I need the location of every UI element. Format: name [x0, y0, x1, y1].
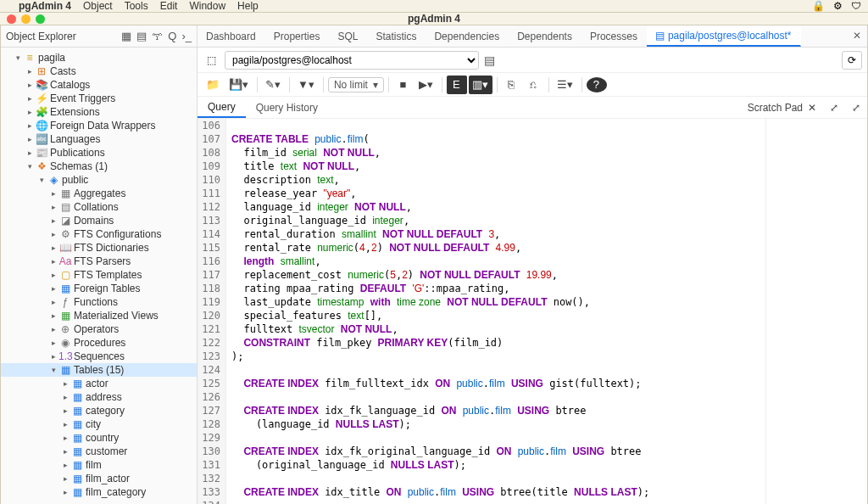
chevron-icon[interactable]: ▸: [60, 393, 70, 401]
chevron-icon[interactable]: ▾: [48, 366, 58, 374]
code-line[interactable]: 119 last_update timestamp with time zone…: [198, 295, 765, 309]
code-text[interactable]: [226, 390, 231, 404]
code-text[interactable]: CREATE TABLE public.film(: [226, 132, 370, 146]
code-line[interactable]: 134: [198, 499, 765, 504]
code-text[interactable]: special_features text[],: [226, 309, 382, 322]
chevron-icon[interactable]: ▸: [48, 244, 58, 252]
code-line[interactable]: 116 length smallint,: [198, 255, 765, 268]
settings-icon[interactable]: ⚙: [833, 0, 843, 12]
database-icon[interactable]: ▤: [484, 53, 495, 67]
code-text[interactable]: [226, 119, 231, 132]
chevron-icon[interactable]: ▸: [25, 121, 35, 130]
code-text[interactable]: rating mpaa_rating DEFAULT 'G'::mpaa_rat…: [226, 282, 509, 295]
connection-icon[interactable]: ⬚: [203, 54, 220, 66]
tree-item[interactable]: ▸▦city: [1, 417, 197, 431]
chevron-icon[interactable]: ▾: [36, 176, 47, 184]
tree-item[interactable]: ▸▦category: [1, 404, 197, 417]
tab-dependencies[interactable]: Dependencies: [426, 25, 509, 47]
chevron-icon[interactable]: ▸: [48, 203, 58, 211]
commit-button[interactable]: ⎘: [502, 76, 522, 94]
chevron-down-icon[interactable]: ›_: [181, 30, 192, 42]
code-line[interactable]: 112 language_id integer NOT NULL,: [198, 200, 765, 214]
code-text[interactable]: rental_duration smallint NOT NULL DEFAUL…: [226, 227, 500, 241]
tree-item[interactable]: ▸▦film_actor: [1, 472, 197, 485]
tree-item[interactable]: ▸⊕Operators: [1, 322, 197, 336]
tab-dependents[interactable]: Dependents: [509, 25, 581, 47]
tree-item[interactable]: ▸🔤Languages: [1, 132, 197, 146]
menu-window[interactable]: Window: [189, 0, 225, 12]
chevron-icon[interactable]: ▸: [48, 298, 58, 306]
close-icon[interactable]: ✕: [808, 102, 816, 114]
tree-item[interactable]: ▸🧩Extensions: [1, 105, 197, 119]
code-text[interactable]: title text NOT NULL,: [226, 160, 360, 173]
tab-statistics[interactable]: Statistics: [367, 25, 426, 47]
chevron-icon[interactable]: ▸: [25, 108, 35, 116]
macros-button[interactable]: ☰▾: [554, 76, 577, 94]
tree-item[interactable]: ▾❖Schemas (1): [1, 160, 197, 173]
tree-item[interactable]: ▸◉Procedures: [1, 336, 197, 350]
chevron-icon[interactable]: ▸: [48, 216, 58, 225]
tree-item[interactable]: ▸⊞Casts: [1, 64, 197, 78]
code-line[interactable]: 108 film_id serial NOT NULL,: [198, 146, 765, 160]
tree-item[interactable]: ▸▦address: [1, 390, 197, 404]
sql-editor[interactable]: 106107CREATE TABLE public.film(108 film_…: [198, 119, 765, 504]
explain-button[interactable]: E: [447, 76, 467, 94]
code-text[interactable]: CREATE INDEX idx_fk_language_id ON publi…: [226, 404, 587, 417]
chevron-icon[interactable]: ▸: [48, 339, 58, 347]
tree-item[interactable]: ▸▢FTS Templates: [1, 268, 197, 282]
code-text[interactable]: length smallint,: [226, 255, 321, 268]
table-icon[interactable]: ▤: [136, 30, 147, 42]
code-line[interactable]: 114 rental_duration smallint NOT NULL DE…: [198, 227, 765, 241]
code-text[interactable]: );: [226, 350, 243, 363]
chevron-icon[interactable]: ▸: [25, 135, 35, 143]
code-text[interactable]: language_id integer NOT NULL,: [226, 200, 412, 214]
tree-item[interactable]: ▸1.3Sequences: [1, 350, 197, 363]
shield-icon[interactable]: 🛡: [851, 0, 861, 12]
close-icon[interactable]: ✕: [853, 30, 861, 42]
code-line[interactable]: 126: [198, 390, 765, 404]
code-text[interactable]: description text,: [226, 173, 340, 187]
chevron-icon[interactable]: ▸: [48, 271, 58, 279]
refresh-button[interactable]: ⟳: [842, 51, 862, 70]
app-menu[interactable]: pgAdmin 4: [19, 0, 71, 12]
terminal-icon[interactable]: Q: [168, 30, 176, 42]
code-line[interactable]: 115 rental_rate numeric(4,2) NOT NULL DE…: [198, 241, 765, 255]
expand-scratch-icon[interactable]: ⤢: [830, 102, 838, 114]
stop-button[interactable]: ■: [393, 76, 414, 94]
tab-dashboard[interactable]: Dashboard: [198, 25, 265, 47]
tab-query-history[interactable]: Query History: [246, 97, 328, 118]
tree-item[interactable]: ▸ƒFunctions: [1, 295, 197, 309]
code-line[interactable]: 122 CONSTRAINT film_pkey PRIMARY KEY(fil…: [198, 336, 765, 350]
code-text[interactable]: original_language_id integer,: [226, 214, 409, 227]
tree-item[interactable]: ▸▦actor: [1, 377, 197, 390]
help-button[interactable]: ?: [587, 77, 607, 92]
menu-object[interactable]: Object: [83, 0, 113, 12]
traffic-lights[interactable]: [7, 14, 45, 24]
chevron-icon[interactable]: ▾: [25, 162, 35, 171]
code-line[interactable]: 118 rating mpaa_rating DEFAULT 'G'::mpaa…: [198, 282, 765, 295]
chevron-icon[interactable]: ▸: [48, 230, 58, 238]
tree-item[interactable]: ▸▦film_category: [1, 485, 197, 499]
filter-button[interactable]: ▼▾: [294, 76, 319, 94]
menu-edit[interactable]: Edit: [160, 0, 178, 12]
object-explorer-tree[interactable]: ▾≡pagila▸⊞Casts▸📚Catalogs▸⚡Event Trigger…: [1, 48, 198, 504]
scratch-pad-pane[interactable]: [765, 119, 867, 504]
code-line[interactable]: 127 CREATE INDEX idx_fk_language_id ON p…: [198, 404, 765, 417]
tree-item[interactable]: ▸📖FTS Dictionaries: [1, 241, 197, 255]
code-text[interactable]: (original_language_id NULLS LAST);: [226, 458, 466, 472]
code-text[interactable]: [226, 363, 231, 377]
code-line[interactable]: 106: [198, 119, 765, 132]
code-line[interactable]: 110 description text,: [198, 173, 765, 187]
tree-item[interactable]: ▸▦Materialized Views: [1, 309, 197, 322]
chevron-icon[interactable]: ▸: [48, 311, 58, 320]
edit-button[interactable]: ✎▾: [262, 76, 285, 94]
expand-editor-icon[interactable]: ⤢: [845, 97, 867, 118]
chevron-icon[interactable]: ▸: [25, 94, 35, 103]
chevron-icon[interactable]: ▸: [48, 352, 58, 361]
code-text[interactable]: replacement_cost numeric(5,2) NOT NULL D…: [226, 268, 558, 282]
chevron-icon[interactable]: ▸: [25, 67, 35, 76]
tab-query[interactable]: Query: [198, 97, 246, 118]
code-line[interactable]: 132: [198, 472, 765, 485]
code-line[interactable]: 133 CREATE INDEX idx_title ON public.fil…: [198, 485, 765, 499]
tree-item[interactable]: ▸⚙FTS Configurations: [1, 227, 197, 241]
